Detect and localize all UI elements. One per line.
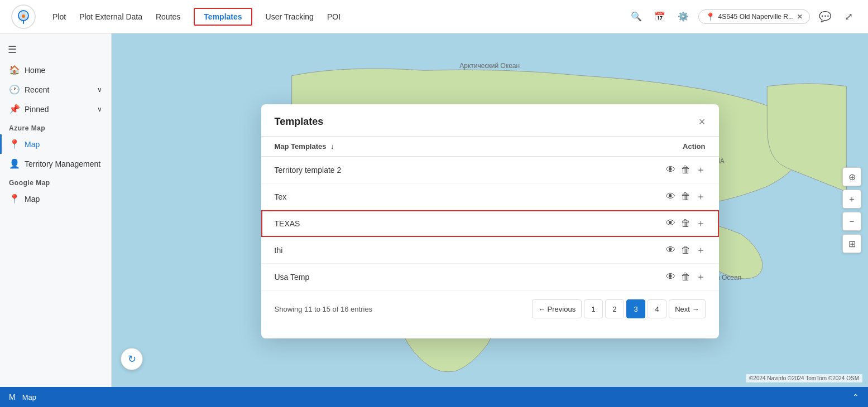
layers-icon[interactable]: ⊞ [842, 234, 861, 253]
sidebar-pinned-label: Pinned [25, 105, 49, 114]
add-icon[interactable]: ＋ [696, 244, 706, 256]
sidebar-item-territory-management[interactable]: 👤 Territory Management [0, 154, 111, 173]
sidebar-territory-label: Territory Management [25, 159, 100, 168]
azure-map-section-label: Azure Map [0, 119, 111, 134]
pin-icon: 📌 [9, 104, 20, 114]
view-icon[interactable]: 👁 [666, 218, 675, 229]
modal-title: Templates [275, 116, 324, 128]
view-icon[interactable]: 👁 [666, 191, 675, 202]
chat-icon[interactable]: 💬 [817, 8, 833, 25]
sidebar-item-google-map[interactable]: 📍 Map [0, 189, 111, 209]
chevron-down-icon-pinned: ∨ [97, 105, 102, 113]
nav-user-tracking[interactable]: User Tracking [266, 10, 314, 23]
nav-routes[interactable]: Routes [156, 10, 180, 23]
zoom-in-icon[interactable]: ＋ [842, 190, 861, 209]
nav-plot[interactable]: Plot [52, 10, 66, 23]
home-icon: 🏠 [9, 65, 20, 75]
google-map-section-label: Google Map [0, 173, 111, 189]
view-icon[interactable]: 👁 [666, 164, 675, 176]
action-cell: 👁 🗑 ＋ [529, 264, 718, 290]
sidebar-google-map-label: Map [25, 195, 40, 204]
nav-poi[interactable]: POI [327, 10, 341, 23]
recent-icon: 🕐 [9, 84, 20, 95]
template-name-cell: Tex [261, 183, 529, 210]
nav-templates[interactable]: Templates [194, 8, 252, 26]
address-button[interactable]: 📍 4S645 Old Naperville R... ✕ [698, 9, 810, 24]
refresh-button[interactable]: ↻ [121, 348, 143, 370]
delete-icon[interactable]: 🗑 [681, 164, 690, 176]
bottom-bar-icon: M [9, 393, 16, 401]
expand-icon[interactable]: ⤢ [840, 8, 857, 25]
map-controls: ⊕ ＋ － ⊞ [842, 167, 861, 253]
modal-header: Templates × [261, 104, 719, 137]
bottom-bar: M Map ⌃ [0, 387, 868, 407]
map-area[interactable]: Арктический Океан ASIA Indian Ocean ASIA… [112, 33, 868, 387]
sidebar-item-recent[interactable]: 🕐 Recent ∨ [0, 80, 111, 99]
search-icon[interactable]: 🔍 [628, 8, 645, 25]
action-cell: 👁 🗑 ＋ [529, 237, 718, 264]
page-4-button[interactable]: 4 [648, 299, 666, 318]
table-row: Usa Temp 👁 🗑 ＋ [261, 264, 719, 290]
template-name-cell: Usa Temp [261, 264, 529, 290]
templates-modal: Templates × Map Templates ↓ Action [261, 104, 719, 338]
sidebar-item-pinned[interactable]: 📌 Pinned ∨ [0, 99, 111, 119]
page-1-button[interactable]: 1 [584, 299, 603, 318]
locate-me-icon[interactable]: ⊕ [842, 167, 861, 186]
template-name-cell: Territory template 2 [261, 157, 529, 183]
add-icon[interactable]: ＋ [696, 163, 706, 176]
nav-plot-external[interactable]: Plot External Data [79, 10, 142, 23]
view-icon[interactable]: 👁 [666, 272, 675, 283]
nav-links: Plot Plot External Data Routes Templates… [52, 8, 611, 26]
calendar-icon[interactable]: 📅 [651, 8, 668, 25]
page-3-button[interactable]: 3 [626, 299, 645, 318]
sidebar-item-home[interactable]: 🏠 Home [0, 60, 111, 80]
template-name-cell: TEXAS [261, 210, 529, 237]
table-row: Tex 👁 🗑 ＋ [261, 183, 719, 210]
action-cell: 👁 🗑 ＋ [529, 183, 718, 210]
chevron-down-icon: ∨ [97, 86, 102, 94]
map-copyright: ©2024 Navinfo ©2024 TomTom ©2024 OSM [746, 374, 862, 382]
view-icon[interactable]: 👁 [666, 245, 675, 256]
settings-icon[interactable]: ⚙️ [675, 8, 692, 25]
template-name-cell: thi [261, 237, 529, 264]
delete-icon[interactable]: 🗑 [681, 272, 690, 283]
location-pin-icon: 📍 [706, 12, 715, 21]
pagination: ← Previous 1 2 3 4 Next → [532, 299, 706, 318]
add-icon[interactable]: ＋ [696, 190, 706, 203]
bottom-bar-label: Map [22, 393, 36, 401]
app-logo[interactable] [11, 4, 36, 29]
address-close-icon[interactable]: ✕ [797, 13, 803, 21]
zoom-out-icon[interactable]: － [842, 212, 861, 231]
svg-point-1 [22, 14, 25, 18]
hamburger-menu-icon[interactable]: ☰ [0, 39, 111, 60]
column-map-templates: Map Templates ↓ [261, 137, 529, 157]
sort-icon[interactable]: ↓ [330, 142, 334, 151]
sidebar: ☰ 🏠 Home 🕐 Recent ∨ 📌 Pinned ∨ Azure Map… [0, 33, 112, 387]
next-page-button[interactable]: Next → [669, 299, 705, 318]
add-icon[interactable]: ＋ [696, 270, 706, 283]
page-2-button[interactable]: 2 [605, 299, 624, 318]
column-action: Action [529, 137, 718, 157]
delete-icon[interactable]: 🗑 [681, 245, 690, 256]
add-icon[interactable]: ＋ [696, 217, 706, 230]
sidebar-home-label: Home [25, 66, 45, 75]
top-navigation: Plot Plot External Data Routes Templates… [0, 0, 868, 33]
map-pin-icon: 📍 [9, 139, 20, 149]
table-row: TEXAS 👁 🗑 ＋ [261, 210, 719, 237]
bottom-bar-chevron-icon[interactable]: ⌃ [852, 393, 859, 401]
action-cell: 👁 🗑 ＋ [529, 210, 718, 237]
modal-close-button[interactable]: × [699, 115, 706, 128]
delete-icon[interactable]: 🗑 [681, 191, 690, 202]
nav-right-controls: 🔍 📅 ⚙️ 📍 4S645 Old Naperville R... ✕ 💬 ⤢ [628, 8, 857, 25]
previous-page-button[interactable]: ← Previous [532, 299, 582, 318]
showing-text: Showing 11 to 15 of 16 entries [275, 305, 373, 313]
address-text: 4S645 Old Naperville R... [718, 13, 794, 21]
sidebar-item-azure-map[interactable]: 📍 Map [0, 134, 111, 154]
table-row: Territory template 2 👁 🗑 ＋ [261, 157, 719, 183]
sidebar-azure-map-label: Map [25, 140, 40, 149]
main-layout: ☰ 🏠 Home 🕐 Recent ∨ 📌 Pinned ∨ Azure Map… [0, 33, 868, 387]
sidebar-recent-label: Recent [25, 85, 49, 94]
modal-footer: Showing 11 to 15 of 16 entries ← Previou… [261, 290, 719, 327]
templates-table: Map Templates ↓ Action Territory templat… [261, 137, 719, 290]
delete-icon[interactable]: 🗑 [681, 218, 690, 229]
